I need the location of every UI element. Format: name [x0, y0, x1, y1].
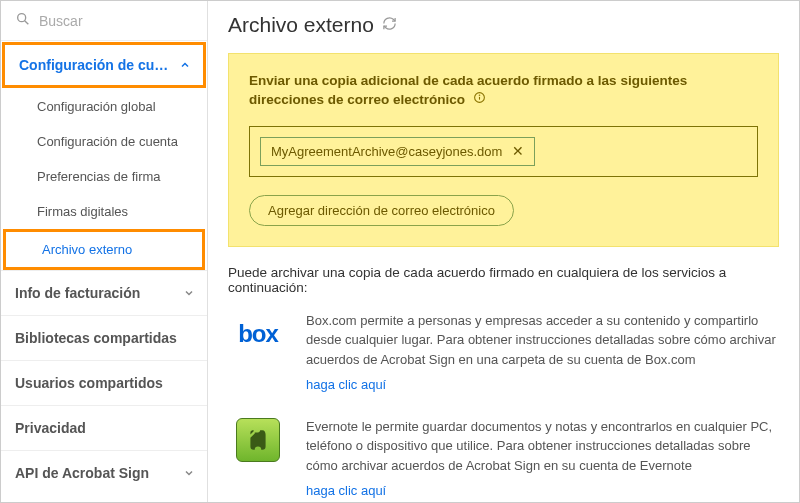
nav-item-label: Usuarios compartidos: [15, 375, 163, 391]
remove-chip-icon[interactable]: ✕: [512, 144, 524, 158]
email-cc-panel: Enviar una copia adicional de cada acuer…: [228, 53, 779, 247]
evernote-logo: [228, 417, 288, 463]
info-icon[interactable]: [473, 92, 486, 107]
nav-item-api[interactable]: API de Acrobat Sign: [1, 450, 207, 495]
service-row-box: box Box.com permite a personas y empresa…: [228, 311, 779, 395]
email-input-box[interactable]: MyAgreementArchive@caseyjones.dom ✕: [249, 126, 758, 177]
nav-item-label: Bibliotecas compartidas: [15, 330, 177, 346]
nav-sub-external-archive[interactable]: Archivo externo: [3, 229, 205, 270]
nav-item-privacy[interactable]: Privacidad: [1, 405, 207, 450]
nav-sub-sign-prefs[interactable]: Preferencias de firma: [1, 159, 207, 194]
nav-sub-digital-sign[interactable]: Firmas digitales: [1, 194, 207, 229]
sidebar: Configuración de cu… Configuración globa…: [1, 1, 208, 502]
page-title-row: Archivo externo: [228, 13, 779, 37]
box-link[interactable]: haga clic aquí: [306, 375, 386, 395]
email-chip: MyAgreementArchive@caseyjones.dom ✕: [260, 137, 535, 166]
main-content: Archivo externo Enviar una copia adicion…: [208, 1, 799, 502]
nav-item-label: API de Acrobat Sign: [15, 465, 149, 481]
search-input[interactable]: [39, 13, 208, 29]
search-bar[interactable]: [1, 1, 207, 41]
nav-subgroup: Configuración global Configuración de cu…: [1, 89, 207, 270]
svg-point-0: [18, 14, 26, 22]
svg-point-4: [479, 95, 480, 96]
box-description: Box.com permite a personas y empresas ac…: [306, 311, 779, 395]
nav-item-label: Privacidad: [15, 420, 86, 436]
svg-line-1: [25, 21, 29, 25]
evernote-description: Evernote le permite guardar documentos y…: [306, 417, 779, 501]
refresh-icon[interactable]: [382, 16, 397, 34]
evernote-link[interactable]: haga clic aquí: [306, 481, 386, 501]
highlight-config-header: Configuración de cu…: [2, 42, 206, 88]
chevron-up-icon: [179, 59, 191, 71]
archive-intro-text: Puede archivar una copia de cada acuerdo…: [228, 265, 779, 295]
nav-sub-account-config[interactable]: Configuración de cuenta: [1, 124, 207, 159]
nav-group-label: Configuración de cu…: [19, 57, 168, 73]
nav-sub-global-config[interactable]: Configuración global: [1, 89, 207, 124]
nav-item-billing[interactable]: Info de facturación: [1, 270, 207, 315]
nav-item-label: Info de facturación: [15, 285, 140, 301]
email-chip-text: MyAgreementArchive@caseyjones.dom: [271, 144, 502, 159]
nav-item-shared-users[interactable]: Usuarios compartidos: [1, 360, 207, 405]
add-email-button[interactable]: Agregar dirección de correo electrónico: [249, 195, 514, 226]
panel-title: Enviar una copia adicional de cada acuer…: [249, 72, 758, 110]
app-window: Configuración de cu… Configuración globa…: [0, 0, 800, 503]
box-logo: box: [228, 311, 288, 357]
nav-group-account-config[interactable]: Configuración de cu…: [5, 45, 203, 85]
nav-item-shared-libs[interactable]: Bibliotecas compartidas: [1, 315, 207, 360]
chevron-down-icon: [183, 467, 195, 479]
service-row-evernote: Evernote le permite guardar documentos y…: [228, 417, 779, 501]
panel-title-row: Enviar una copia adicional de cada acuer…: [249, 72, 758, 110]
search-icon: [15, 11, 31, 30]
chevron-down-icon: [183, 287, 195, 299]
page-title: Archivo externo: [228, 13, 374, 37]
